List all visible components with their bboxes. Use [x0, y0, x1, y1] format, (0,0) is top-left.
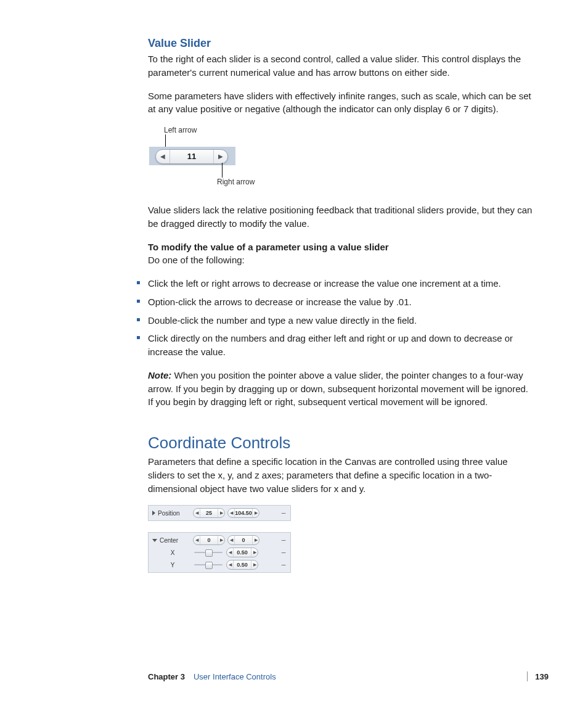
- list-item: Option-click the arrows to decrease or i…: [137, 295, 533, 309]
- list-item: Click the left or right arrows to decrea…: [137, 277, 533, 290]
- value-slider-x[interactable]: ◀ 25 ▶: [193, 508, 225, 518]
- note-label: Note:: [148, 370, 171, 380]
- keyframe-dash-icon[interactable]: –: [280, 548, 287, 557]
- left-arrow-icon[interactable]: ◀: [228, 509, 234, 517]
- list-item: Click directly on the numbers and drag e…: [137, 332, 533, 359]
- right-arrow-icon[interactable]: ▶: [214, 150, 227, 163]
- slider-track-x[interactable]: [193, 548, 224, 557]
- value[interactable]: 0: [234, 536, 253, 544]
- paragraph: Value sliders lack the relative position…: [148, 203, 533, 231]
- y-row: Y ◀ 0.50 ▶ –: [149, 559, 290, 571]
- value-slider-y[interactable]: ◀ 104.50 ▶: [227, 508, 259, 518]
- right-arrow-icon[interactable]: ▶: [253, 509, 259, 517]
- callout-right-arrow: Right arrow: [217, 178, 255, 186]
- value-slider-figure: Left arrow ◀ 11 ▶ Right arrow: [149, 126, 272, 194]
- footer-rule: [284, 671, 528, 681]
- list-item: Double-click the number and type a new v…: [137, 314, 533, 327]
- keyframe-dash-icon[interactable]: –: [280, 560, 287, 569]
- right-arrow-icon[interactable]: ▶: [251, 560, 258, 569]
- callout-left-arrow: Left arrow: [164, 126, 197, 134]
- page: Value Slider To the right of each slider…: [0, 0, 588, 706]
- note-paragraph: Note: When you position the pointer abov…: [148, 369, 533, 409]
- x-row: X ◀ 0.50 ▶ –: [149, 546, 290, 559]
- position-row: Position ◀ 25 ▶ ◀ 104.50 ▶ –: [149, 507, 290, 519]
- callout-line: [222, 163, 223, 178]
- chapter-title: User Interface Controls: [194, 672, 276, 681]
- page-footer: Chapter 3 User Interface Controls 139: [148, 671, 549, 681]
- keyframe-dash-icon[interactable]: –: [280, 509, 287, 517]
- value-slider-value[interactable]: 11: [169, 150, 214, 163]
- value[interactable]: 0.50: [233, 548, 251, 557]
- value[interactable]: 0: [200, 536, 218, 544]
- left-arrow-icon[interactable]: ◀: [194, 536, 200, 544]
- paragraph: Some parameters have sliders with effect…: [148, 89, 533, 117]
- howto-block: To modify the value of a parameter using…: [148, 240, 533, 268]
- center-panel: Center ◀ 0 ▶ ◀ 0 ▶ – X ◀ 0.50 ▶: [148, 532, 291, 573]
- slider-knob[interactable]: [205, 562, 213, 569]
- note-body: When you position the pointer above a va…: [148, 370, 528, 408]
- value-slider-y-axis[interactable]: ◀ 0.50 ▶: [226, 560, 258, 570]
- slider-knob[interactable]: [205, 549, 213, 557]
- right-arrow-icon[interactable]: ▶: [218, 509, 224, 517]
- axis-label-x: X: [152, 549, 193, 556]
- row-label-center[interactable]: Center: [152, 537, 193, 544]
- value-slider[interactable]: ◀ 11 ▶: [155, 149, 228, 164]
- bullet-list: Click the left or right arrows to decrea…: [148, 277, 533, 359]
- disclosure-down-icon[interactable]: [152, 539, 157, 542]
- paragraph: To the right of each slider is a second …: [148, 52, 533, 80]
- page-number: 139: [535, 672, 549, 681]
- value[interactable]: 104.50: [234, 509, 253, 517]
- value[interactable]: 25: [200, 509, 218, 517]
- position-label: Position: [158, 510, 180, 517]
- center-label: Center: [160, 537, 178, 544]
- howto-subtitle: Do one of the following:: [148, 255, 245, 265]
- heading-coordinate-controls: Coordinate Controls: [148, 433, 533, 453]
- left-arrow-icon[interactable]: ◀: [227, 548, 233, 557]
- axis-label-y: Y: [152, 562, 193, 568]
- right-arrow-icon[interactable]: ▶: [251, 548, 258, 557]
- row-label-position[interactable]: Position: [152, 510, 193, 517]
- value-slider-x-axis[interactable]: ◀ 0.50 ▶: [226, 548, 258, 557]
- disclosure-right-icon[interactable]: [152, 511, 155, 515]
- left-arrow-icon[interactable]: ◀: [194, 509, 200, 517]
- value-slider-center-x[interactable]: ◀ 0 ▶: [193, 535, 225, 545]
- slider-track-y[interactable]: [193, 560, 224, 569]
- right-arrow-icon[interactable]: ▶: [253, 536, 259, 544]
- left-arrow-icon[interactable]: ◀: [227, 560, 233, 569]
- keyframe-dash-icon[interactable]: –: [280, 536, 287, 544]
- value-slider-center-y[interactable]: ◀ 0 ▶: [227, 535, 259, 545]
- paragraph: Parameters that define a specific locati…: [148, 455, 533, 495]
- center-row: Center ◀ 0 ▶ ◀ 0 ▶ –: [149, 534, 290, 546]
- chapter-label: Chapter 3: [148, 672, 185, 681]
- heading-value-slider: Value Slider: [148, 37, 533, 50]
- position-panel: Position ◀ 25 ▶ ◀ 104.50 ▶ –: [148, 505, 291, 521]
- right-arrow-icon[interactable]: ▶: [218, 536, 224, 544]
- left-arrow-icon[interactable]: ◀: [156, 150, 169, 163]
- left-arrow-icon[interactable]: ◀: [228, 536, 234, 544]
- value[interactable]: 0.50: [233, 560, 251, 569]
- howto-title: To modify the value of a parameter using…: [148, 242, 389, 252]
